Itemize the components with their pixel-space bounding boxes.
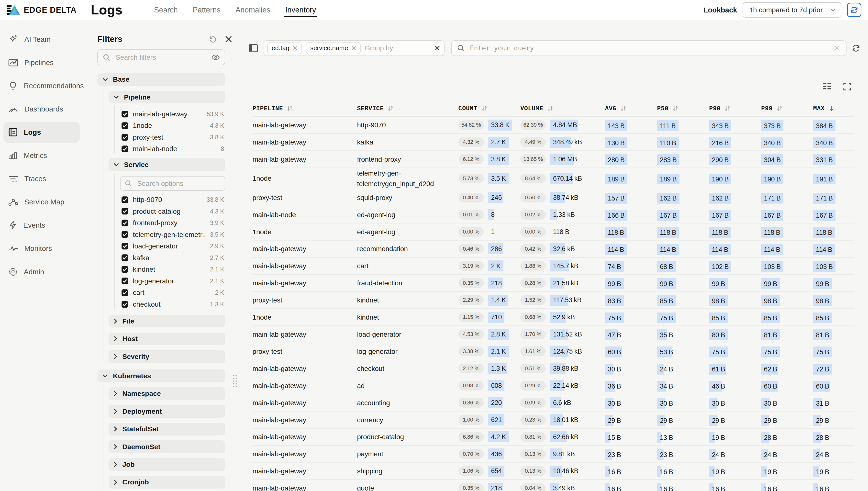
column-header-avg[interactable]: AVG <box>605 105 657 112</box>
edge-delta-logo[interactable]: EDGE DELTA <box>0 5 83 15</box>
table-row[interactable]: main-lab-nodeed-agent-log0.01 %80.02 %1.… <box>252 206 853 224</box>
fullscreen-icon[interactable] <box>843 82 851 91</box>
table-row[interactable]: proxy-testsquid-proxy0.40 %2460.50 %38.7… <box>252 189 853 206</box>
filter-section-file[interactable]: File <box>109 315 226 327</box>
column-header-pipeline[interactable]: PIPELINE <box>252 105 357 112</box>
sidebar-item-service-map[interactable]: Service Map <box>3 192 80 212</box>
filter-option-checkout[interactable]: checkout1.3 K <box>121 299 226 310</box>
tab-inventory[interactable]: Inventory <box>285 0 316 20</box>
checkbox-checked-icon[interactable] <box>121 196 128 203</box>
checkbox-checked-icon[interactable] <box>121 266 128 273</box>
table-row[interactable]: proxy-testlog-generator3.38 %2.1 K1.61 %… <box>252 343 853 360</box>
table-row[interactable]: main-lab-gatewaycheckout2.12 %1.3 K0.51 … <box>252 360 853 377</box>
collapse-panel-icon[interactable] <box>249 44 258 52</box>
query-clear-icon[interactable] <box>834 45 840 51</box>
filter-option-product-catalog[interactable]: product-catalog4.3 K <box>121 206 226 216</box>
filters-search-input[interactable] <box>114 53 207 62</box>
table-row[interactable]: 1nodekindnet1.15 %7100.68 %52.9 kB75 B75… <box>252 309 853 326</box>
filter-section-severity[interactable]: Severity <box>109 350 226 363</box>
filter-section-cronjob[interactable]: Cronjob <box>109 476 226 489</box>
column-header-volume[interactable]: VOLUME <box>520 105 605 112</box>
filter-option-http-9070[interactable]: http-907033.8 K <box>121 194 226 205</box>
checkbox-checked-icon[interactable] <box>121 122 128 129</box>
filter-section-statefulset[interactable]: StatefulSet <box>109 423 226 435</box>
checkbox-checked-icon[interactable] <box>121 208 128 215</box>
filter-section-deployment[interactable]: Deployment <box>109 405 226 417</box>
filter-option-telemetry-gen-telemetr-[interactable]: telemetry-gen-telemetr...3.5 K <box>121 229 226 240</box>
table-row[interactable]: main-lab-gatewayfrontend-proxy6.12 %3.8 … <box>252 151 853 168</box>
table-row[interactable]: main-lab-gatewaycurrency1.00 %6210.23 %1… <box>252 411 853 429</box>
query-refresh-button[interactable] <box>852 44 860 52</box>
checkbox-checked-icon[interactable] <box>121 242 128 250</box>
filter-section-host[interactable]: Host <box>109 333 226 345</box>
filter-section-service[interactable]: Service <box>109 158 226 171</box>
filters-close-button[interactable] <box>225 35 233 43</box>
filter-section-kubernetes[interactable]: Kubernetes <box>97 370 225 382</box>
column-header-p99[interactable]: P99 <box>761 105 813 112</box>
compare-refresh-button[interactable] <box>847 3 861 17</box>
tab-search[interactable]: Search <box>154 0 178 20</box>
table-row[interactable]: main-lab-gatewayproduct-catalog6.86 %4.2… <box>252 429 853 446</box>
filter-option-kafka[interactable]: kafka2.7 K <box>121 252 226 263</box>
lookback-select[interactable]: 1h compared to 7d prior <box>743 2 841 18</box>
column-header-p50[interactable]: P50 <box>657 105 709 112</box>
panel-resize-handle[interactable] <box>233 374 237 388</box>
tab-anomalies[interactable]: Anomalies <box>235 0 270 20</box>
table-row[interactable]: main-lab-gatewaycart3.19 %2 K1.88 %145.7… <box>252 258 853 275</box>
table-row[interactable]: proxy-testkindnet2.29 %1.4 K1.52 %117.53… <box>252 292 853 309</box>
group-by-clear-button[interactable] <box>434 45 441 51</box>
filter-option-kindnet[interactable]: kindnet2.1 K <box>121 264 226 275</box>
filter-option-log-generator[interactable]: log-generator2.1 K <box>121 276 226 287</box>
group-by-chip-ed-tag[interactable]: ed.tag <box>267 42 302 54</box>
filter-option-load-generator[interactable]: load-generator2.9 K <box>121 240 226 252</box>
filter-option-1node[interactable]: 1node4.3 K <box>121 120 226 131</box>
sidebar-item-metrics[interactable]: Metrics <box>3 145 80 166</box>
column-header-count[interactable]: COUNT <box>459 105 521 112</box>
filter-section-namespace[interactable]: Namespace <box>109 387 226 400</box>
sidebar-item-logs[interactable]: Logs <box>3 122 80 143</box>
table-row[interactable]: main-lab-gatewayad0.98 %6080.29 %22.14 k… <box>252 377 853 395</box>
sidebar-item-dashboards[interactable]: Dashboards <box>3 98 80 120</box>
filter-section-job[interactable]: Job <box>109 458 226 471</box>
filter-option-frontend-proxy[interactable]: frontend-proxy3.9 K <box>121 218 226 228</box>
table-row[interactable]: main-lab-gatewaykafka4.32 %2.7 K4.49 %34… <box>252 134 853 151</box>
column-header-service[interactable]: SERVICE <box>357 105 458 112</box>
checkbox-checked-icon[interactable] <box>121 231 128 238</box>
table-row[interactable]: main-lab-gatewayhttp-907054.62 %33.8 K62… <box>252 117 853 134</box>
table-row[interactable]: main-lab-gatewayshipping1.06 %6540.13 %1… <box>252 463 853 480</box>
chip-remove-icon[interactable] <box>293 46 297 51</box>
table-row[interactable]: main-lab-gatewayquote0.35 %2180.04 %3.49… <box>252 480 853 491</box>
query-input[interactable] <box>469 44 829 53</box>
sidebar-item-recommendations[interactable]: Recommendations <box>3 75 80 96</box>
table-row[interactable]: 1nodetelemetry-gen-telemetrygen_input_d2… <box>252 168 853 189</box>
checkbox-checked-icon[interactable] <box>121 134 128 141</box>
checkbox-checked-icon[interactable] <box>121 254 128 261</box>
filters-reset-button[interactable] <box>209 35 217 43</box>
table-row[interactable]: 1nodeed-agent-log0.00 %10.00 %118 B118 B… <box>252 224 853 240</box>
sidebar-item-ai-team[interactable]: AI Team <box>3 29 80 50</box>
checkbox-checked-icon[interactable] <box>121 111 128 118</box>
checkbox-checked-icon[interactable] <box>121 289 128 296</box>
filter-option-main-lab-gateway[interactable]: main-lab-gateway53.9 K <box>121 109 226 120</box>
filter-section-daemonset[interactable]: DaemonSet <box>109 440 226 453</box>
sidebar-item-monitors[interactable]: Monitors <box>3 238 80 259</box>
group-by-chip-service-name[interactable]: service.name <box>306 42 360 54</box>
chip-remove-icon[interactable] <box>351 46 356 51</box>
table-row[interactable]: main-lab-gatewayload-generator4.53 %2.8 … <box>252 326 853 343</box>
filter-section-pipeline[interactable]: Pipeline <box>109 91 226 104</box>
checkbox-checked-icon[interactable] <box>121 277 128 284</box>
table-row[interactable]: main-lab-gatewayaccounting0.36 %2200.09 … <box>252 395 853 411</box>
table-row[interactable]: main-lab-gatewaypayment0.70 %4360.13 %9.… <box>252 446 853 463</box>
sidebar-item-traces[interactable]: Traces <box>3 168 80 189</box>
column-header-p90[interactable]: P90 <box>709 105 761 112</box>
filter-option-cart[interactable]: cart2 K <box>121 287 226 298</box>
sidebar-item-admin[interactable]: Admin <box>3 261 80 282</box>
eye-icon[interactable] <box>211 54 220 60</box>
checkbox-checked-icon[interactable] <box>121 301 128 308</box>
column-header-max[interactable]: MAX <box>813 105 863 112</box>
filter-option-proxy-test[interactable]: proxy-test3.8 K <box>121 132 226 143</box>
checkbox-checked-icon[interactable] <box>121 145 128 152</box>
group-by-bar[interactable]: ed.tagservice.name Group by <box>264 40 444 56</box>
table-row[interactable]: main-lab-gatewayrecommendation0.46 %2860… <box>252 240 853 258</box>
sidebar-item-pipelines[interactable]: Pipelines <box>3 52 80 73</box>
